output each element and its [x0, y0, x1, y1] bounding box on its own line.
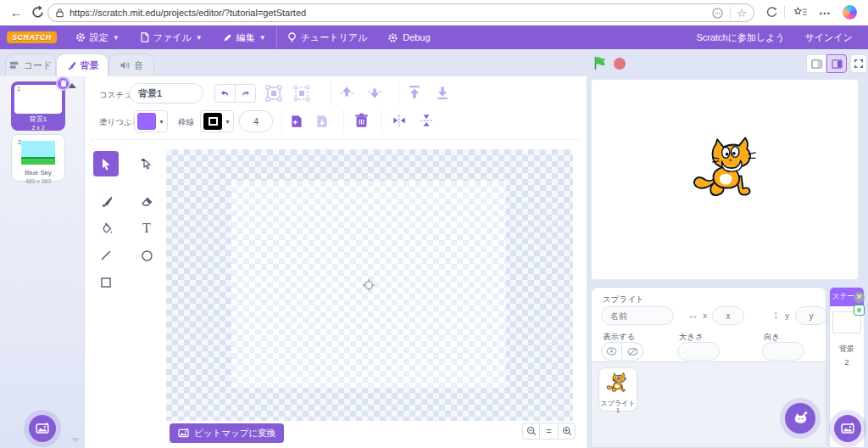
bring-to-front-button[interactable]	[407, 85, 422, 104]
fill-tool[interactable]	[93, 216, 119, 241]
favorite-star-icon[interactable]: ☆	[737, 7, 747, 20]
address-bar[interactable]: https://scratch.mit.edu/projects/editor/…	[47, 3, 754, 22]
sprite-item-1[interactable]: スプライト1	[598, 367, 637, 412]
zoom-out-button[interactable]	[522, 423, 540, 440]
chevron-down-icon: ▼	[259, 34, 266, 42]
delete-backdrop-button[interactable]	[56, 76, 70, 91]
reshape-tool[interactable]	[134, 151, 159, 176]
zoom-reset-button[interactable]: =	[540, 423, 558, 440]
x-position-icon: ↔	[687, 309, 698, 322]
join-scratch-link[interactable]: Scratchに参加しよう	[686, 25, 794, 49]
browser-back-icon[interactable]: ←	[7, 3, 25, 22]
send-to-back-button[interactable]	[435, 85, 450, 104]
sprite-1-name: スプライト1	[599, 400, 637, 414]
stop-button[interactable]	[614, 58, 626, 70]
sign-in-link[interactable]: サインイン	[795, 25, 863, 49]
flip-horizontal-button[interactable]	[392, 114, 407, 131]
outline-color-button[interactable]: ▼	[200, 110, 234, 132]
eraser-tool[interactable]	[134, 188, 159, 214]
sprite-list: スプライト1	[592, 361, 826, 448]
tab-backdrops[interactable]: 背景	[56, 53, 108, 76]
zoom-in-button[interactable]	[558, 423, 576, 440]
flip-vertical-button[interactable]	[419, 114, 434, 131]
group-button[interactable]	[265, 85, 282, 105]
small-stage-button[interactable]	[806, 54, 826, 73]
extension-badge-icon[interactable]: e	[854, 305, 865, 316]
file-menu[interactable]: ファイル▼	[130, 25, 213, 49]
copy-button[interactable]	[290, 114, 303, 132]
sprite-direction-input[interactable]	[762, 342, 804, 361]
url-text: https://scratch.mit.edu/projects/editor/…	[70, 8, 711, 18]
paint-canvas[interactable]	[166, 149, 573, 421]
backdrop-list-pane: 1 背景1 2 x 2 2 Blue Sky 480 x 360	[0, 76, 85, 448]
favorites-bar-icon[interactable]	[793, 6, 807, 22]
add-sprite-button[interactable]	[785, 403, 815, 434]
backdrop-count-label: 背景	[830, 344, 864, 355]
fill-color-button[interactable]: ▼	[134, 110, 168, 132]
line-tool[interactable]	[93, 243, 119, 268]
sprite-panel-title: スプライト	[603, 294, 644, 305]
visibility-toggle	[601, 342, 643, 361]
sprite-size-input[interactable]	[677, 342, 720, 361]
copilot-icon[interactable]	[843, 5, 857, 20]
add-backdrop-icon	[36, 422, 49, 435]
delete-button[interactable]	[354, 113, 369, 132]
edit-label: 編集	[236, 31, 255, 44]
add-sprite-cat-icon	[792, 411, 809, 426]
browser-more-icon[interactable]: ⋯	[815, 3, 834, 22]
tutorials-menu[interactable]: チュートリアル	[277, 25, 378, 49]
sprite-y-input[interactable]	[795, 306, 826, 325]
costume-name-input[interactable]	[129, 83, 203, 104]
chevron-down-icon: ▼	[225, 119, 231, 125]
settings-menu[interactable]: 設定▼	[65, 25, 130, 49]
rectangle-tool[interactable]	[93, 270, 119, 295]
green-flag-button[interactable]	[593, 56, 607, 74]
y-label: y	[785, 311, 789, 320]
backdrop-item-2[interactable]: 2 Blue Sky 480 x 360	[11, 134, 65, 182]
chevron-down-icon: ▼	[113, 34, 120, 42]
redo-button[interactable]	[235, 84, 256, 103]
add-backdrop-button-stage[interactable]	[834, 415, 861, 442]
tab-code[interactable]: コード	[5, 53, 56, 76]
backdrop-2-thumbnail: 2	[15, 138, 61, 167]
browser-essentials-icon[interactable]	[765, 6, 778, 22]
undo-button[interactable]	[214, 84, 236, 103]
browser-refresh-icon[interactable]	[31, 5, 45, 23]
send-backward-button[interactable]	[367, 85, 382, 104]
divider	[92, 139, 580, 140]
bring-forward-button[interactable]	[339, 85, 354, 104]
circle-tool[interactable]	[134, 243, 159, 268]
debug-menu[interactable]: Debug	[377, 25, 440, 49]
fullscreen-button[interactable]	[850, 54, 867, 73]
convert-to-bitmap-button[interactable]: ビットマップに変換	[170, 423, 284, 443]
brush-tool[interactable]	[93, 188, 119, 214]
lightbulb-icon	[287, 32, 297, 43]
scratch-logo[interactable]: SCRATCH	[7, 31, 57, 43]
reader-mode-icon[interactable]	[711, 7, 724, 20]
select-tool[interactable]	[93, 151, 119, 176]
tutorials-label: チュートリアル	[301, 31, 368, 44]
scratch-cat-sprite[interactable]	[689, 131, 767, 210]
backdrop-item-1-selected[interactable]: 1 背景1 2 x 2	[11, 81, 65, 131]
stage[interactable]	[591, 79, 859, 280]
show-sprite-button[interactable]	[601, 342, 622, 361]
tab-sounds[interactable]: 音	[108, 53, 154, 76]
edit-menu[interactable]: 編集▼	[213, 25, 276, 49]
text-tool[interactable]: T	[134, 216, 159, 241]
overlay-close-icon[interactable]: ✕	[854, 292, 865, 303]
hide-sprite-button[interactable]	[622, 342, 643, 361]
sprite-x-input[interactable]	[712, 306, 744, 325]
divider	[331, 83, 331, 105]
paste-button[interactable]	[315, 114, 329, 132]
scratch-editor-window: ← https://scratch.mit.edu/projects/edito…	[0, 0, 868, 448]
debug-label: Debug	[403, 32, 430, 42]
stroke-width-input[interactable]	[239, 110, 273, 132]
add-backdrop-button[interactable]	[29, 415, 56, 442]
convert-to-bitmap-label: ビットマップに変換	[194, 428, 275, 440]
ungroup-button[interactable]	[293, 85, 310, 105]
code-blocks-icon	[9, 60, 19, 70]
sprite-name-input[interactable]	[601, 306, 674, 325]
large-stage-button[interactable]	[826, 54, 847, 73]
scroll-down-icon[interactable]	[71, 438, 80, 443]
add-backdrop-icon	[841, 422, 854, 435]
